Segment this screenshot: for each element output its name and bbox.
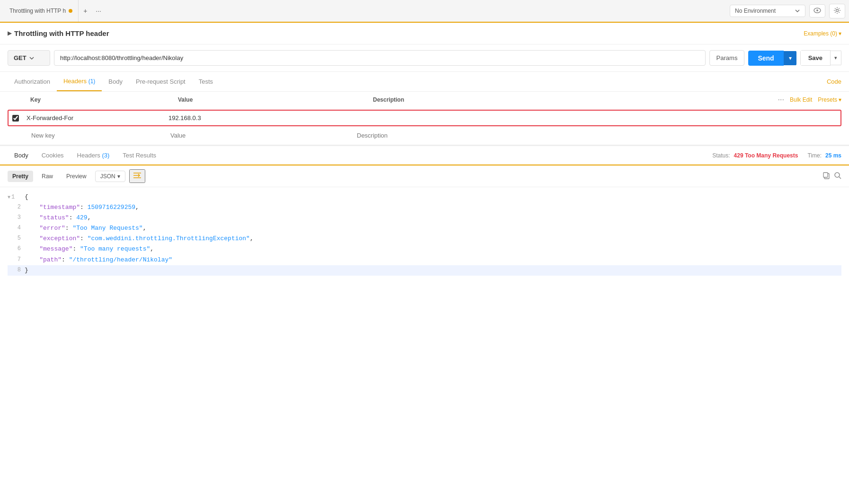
method-chevron-icon	[29, 56, 34, 60]
examples-link[interactable]: Examples (0) ▾	[804, 30, 841, 37]
header-actions: ··· Bulk Edit Presets ▾	[778, 96, 841, 104]
body-toolbar: Pretty Raw Preview JSON ▾	[0, 165, 849, 187]
save-button-group: Save ▾	[800, 50, 841, 66]
tab-actions: + ···	[80, 5, 104, 17]
bulk-edit-button[interactable]: Bulk Edit	[790, 96, 812, 103]
value-column-header: Value	[178, 96, 367, 103]
code-line-2: 2 "timestamp": 1509716229259,	[8, 202, 841, 213]
copy-icon	[822, 172, 830, 179]
environment-section: No Environment	[730, 4, 845, 18]
tab-tests[interactable]: Tests	[192, 72, 220, 91]
request-tabs: Authorization Headers (1) Body Pre-reque…	[0, 72, 849, 92]
wrap-button[interactable]	[129, 169, 145, 183]
send-button-group: Send ▾	[748, 51, 796, 66]
header-value-1[interactable]: 192.168.0.3	[166, 113, 355, 123]
chevron-down-icon	[795, 8, 800, 14]
code-line-7: 7 "path": "/throttling/header/Nikolay"	[8, 255, 841, 265]
request-bar: GET Params Send ▾ Save ▾	[0, 44, 849, 72]
header-row-new	[8, 128, 841, 143]
resp-tab-body[interactable]: Body	[8, 146, 35, 165]
svg-line-9	[839, 177, 841, 179]
svg-point-8	[835, 173, 840, 177]
new-key-input[interactable]	[28, 130, 168, 141]
expand-arrow-1[interactable]: ▼	[8, 193, 10, 201]
unsaved-indicator	[69, 9, 72, 13]
code-viewer: ▼ 1 { 2 "timestamp": 1509716229259, 3 "s…	[0, 187, 849, 280]
response-tabs: Body Cookies Headers (3) Test Results St…	[0, 146, 849, 165]
collection-title: ▶ Throttling with HTTP header	[8, 29, 109, 37]
desc-column-header: Description	[373, 96, 772, 103]
code-line-8: 8 }	[8, 265, 841, 276]
tab-bar: Throttling with HTTP h + ··· No Environm…	[0, 0, 849, 23]
format-label: JSON	[100, 173, 115, 180]
save-button[interactable]: Save	[800, 50, 831, 66]
code-line-5: 5 "exception": "com.weddini.throttling.T…	[8, 234, 841, 244]
copy-button[interactable]	[822, 172, 830, 181]
svg-point-2	[836, 9, 839, 11]
header-key-1[interactable]: X-Forwarded-For	[24, 113, 166, 123]
eye-icon-button[interactable]	[809, 4, 825, 17]
gear-icon	[833, 7, 841, 14]
search-icon	[834, 172, 841, 179]
format-dropdown[interactable]: JSON ▾	[95, 171, 125, 182]
collapse-arrow[interactable]: ▶	[8, 30, 11, 36]
header-row-1: X-Forwarded-For 192.168.0.3	[8, 110, 841, 126]
header-desc-1	[355, 116, 837, 120]
code-line-1: ▼ 1 {	[8, 192, 841, 202]
save-dropdown-button[interactable]: ▾	[831, 51, 841, 65]
tab-authorization[interactable]: Authorization	[8, 72, 57, 91]
header-checkbox-1[interactable]	[12, 115, 19, 122]
svg-point-1	[816, 9, 818, 11]
send-dropdown-button[interactable]: ▾	[784, 51, 796, 65]
method-dropdown[interactable]: GET	[8, 50, 50, 66]
more-options-icon[interactable]: ···	[778, 96, 784, 104]
svg-rect-7	[823, 173, 828, 177]
key-column-header: Key	[30, 96, 172, 103]
preview-button[interactable]: Preview	[62, 171, 91, 182]
wrap-icon	[133, 172, 142, 179]
settings-icon-button[interactable]	[829, 4, 845, 18]
tab-headers[interactable]: Headers (1)	[57, 72, 102, 91]
tab-label: Throttling with HTTP h	[9, 8, 66, 14]
response-meta: Status: 429 Too Many Requests Time: 25 m…	[712, 152, 841, 159]
collection-header: ▶ Throttling with HTTP header Examples (…	[0, 23, 849, 44]
environment-dropdown[interactable]: No Environment	[730, 5, 805, 17]
active-tab[interactable]: Throttling with HTTP h	[4, 0, 79, 22]
method-label: GET	[14, 54, 27, 61]
new-value-input[interactable]	[168, 130, 354, 141]
more-tabs-button[interactable]: ···	[93, 5, 104, 17]
collection-title-text: Throttling with HTTP header	[14, 29, 109, 37]
code-line-6: 6 "message": "Too many requests",	[8, 244, 841, 254]
response-section: Body Cookies Headers (3) Test Results St…	[0, 146, 849, 280]
headers-toolbar: Key Value Description ··· Bulk Edit Pres…	[8, 92, 841, 108]
tab-prerequest[interactable]: Pre-request Script	[129, 72, 192, 91]
code-line-3: 3 "status": 429,	[8, 213, 841, 223]
raw-button[interactable]: Raw	[37, 171, 58, 182]
body-icons	[822, 172, 841, 181]
status-badge: 429 Too Many Requests	[734, 152, 798, 159]
response-time: 25 ms	[825, 152, 841, 159]
presets-button[interactable]: Presets ▾	[818, 96, 841, 103]
code-link[interactable]: Code	[827, 78, 841, 85]
eye-icon	[814, 8, 821, 13]
add-tab-button[interactable]: +	[80, 5, 90, 17]
new-desc-input[interactable]	[354, 130, 838, 141]
env-label: No Environment	[735, 8, 776, 14]
resp-tab-test-results[interactable]: Test Results	[116, 146, 163, 165]
url-input[interactable]	[54, 50, 706, 66]
pretty-button[interactable]: Pretty	[8, 171, 33, 182]
search-button[interactable]	[834, 172, 841, 181]
resp-tab-cookies[interactable]: Cookies	[35, 146, 71, 165]
params-button[interactable]: Params	[709, 50, 745, 66]
send-button[interactable]: Send	[748, 51, 783, 66]
headers-section: Key Value Description ··· Bulk Edit Pres…	[0, 92, 849, 145]
resp-tab-headers[interactable]: Headers (3)	[71, 146, 116, 165]
tab-body[interactable]: Body	[102, 72, 129, 91]
code-line-4: 4 "error": "Too Many Requests",	[8, 223, 841, 234]
